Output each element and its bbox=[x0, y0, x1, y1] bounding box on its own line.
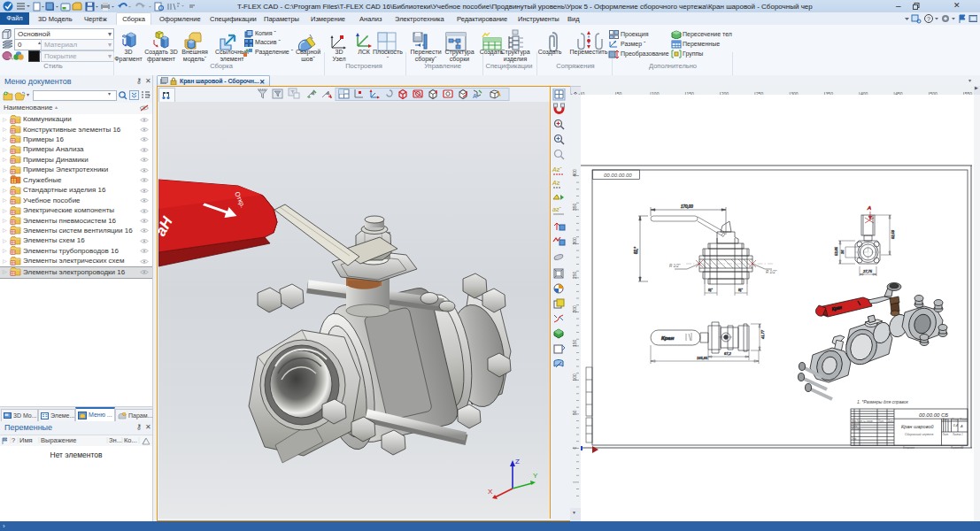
svg-text:агˇ: агˇ bbox=[552, 206, 561, 212]
svg-text:⅝": ⅝" bbox=[738, 288, 743, 292]
svg-text:250: 250 bbox=[572, 271, 577, 279]
svg-text:400: 400 bbox=[572, 169, 577, 177]
svg-text:82,*: 82,* bbox=[634, 247, 638, 254]
svg-text:300: 300 bbox=[572, 237, 577, 245]
svg-text:50: 50 bbox=[572, 410, 577, 415]
svg-text:150: 150 bbox=[572, 339, 577, 347]
svg-text:⅝": ⅝" bbox=[708, 288, 713, 292]
svg-text:200: 200 bbox=[572, 305, 577, 313]
svg-text:X: X bbox=[488, 488, 493, 496]
svg-text:А: А bbox=[867, 205, 871, 211]
svg-text:53,85: 53,85 bbox=[834, 246, 838, 256]
svg-text:82,58: 82,58 bbox=[891, 229, 895, 239]
svg-text:?: ? bbox=[927, 16, 930, 22]
svg-text:Y: Y bbox=[533, 472, 538, 480]
svg-text:A·: A· bbox=[473, 93, 479, 99]
svg-text:27,75: 27,75 bbox=[862, 269, 873, 273]
svg-text:R 1/2": R 1/2" bbox=[766, 270, 777, 274]
svg-text:170,00: 170,00 bbox=[681, 204, 693, 209]
svg-text:0: 0 bbox=[572, 447, 577, 450]
svg-text:350: 350 bbox=[572, 203, 577, 211]
svg-text:Кран: Кран bbox=[661, 335, 675, 341]
svg-text:41,77: 41,77 bbox=[760, 329, 765, 339]
svg-text:R 1/2": R 1/2" bbox=[669, 264, 681, 268]
svg-text:67,2: 67,2 bbox=[724, 351, 732, 356]
svg-text:Аг: Аг bbox=[552, 180, 560, 186]
svg-text:Z: Z bbox=[515, 458, 520, 466]
svg-text:100: 100 bbox=[572, 373, 577, 381]
svg-text:165,65: 165,65 bbox=[697, 356, 708, 360]
svg-text:36: 36 bbox=[840, 250, 845, 254]
svg-text:Агˇ: Агˇ bbox=[552, 166, 562, 173]
